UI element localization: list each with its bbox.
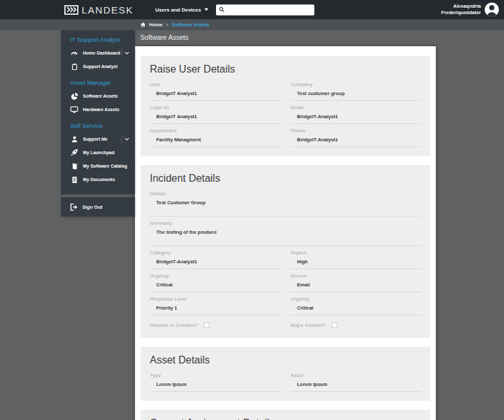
sidebar-item-my-documents[interactable]: My Documents	[61, 173, 135, 186]
sign-out-label: Sign Out	[82, 204, 102, 210]
scope-dropdown[interactable]: Users and Devices	[156, 7, 208, 13]
resolve-or-creation-checkbox[interactable]	[204, 322, 210, 328]
field-company: Company Test custumer group	[291, 82, 421, 101]
chevron-down-icon[interactable]	[122, 49, 132, 57]
book-icon	[70, 162, 78, 170]
sidebar-item-label: Hardware Assets	[83, 107, 120, 112]
monitor-icon	[70, 105, 78, 114]
card-title: Current Assignment Details	[150, 417, 421, 420]
sidebar-item-label: My Software Catalog	[83, 164, 127, 168]
sidebar-item-label: Support Me	[83, 137, 108, 141]
person-icon	[70, 135, 78, 143]
sign-out-icon	[69, 203, 78, 211]
sidebar-item-my-launchpad[interactable]: My Launchpad	[61, 146, 135, 159]
field-phone: Phone BridgeIT-Analyst1	[291, 128, 421, 147]
sign-out-button[interactable]: Sign Out	[61, 197, 135, 216]
field-major-incident: Major Incident?	[291, 322, 421, 328]
sidebar-item-support-me[interactable]: Support Me	[61, 132, 135, 146]
breadcrumb-home[interactable]: Home	[149, 22, 163, 28]
sidebar-item-software-assets[interactable]: Software Assets	[61, 89, 135, 103]
card-incident-details: Incident Details Details Test Customer G…	[141, 165, 430, 338]
caret-down-icon	[204, 8, 208, 11]
sidebar-item-my-software-catalog[interactable]: My Software Catalog	[61, 159, 135, 173]
user-name: Alexaqndria Frederiqueddater	[441, 3, 481, 16]
field-category: Category BridgeIT-Analyst1	[150, 250, 280, 269]
scope-dropdown-label: Users and Devices	[156, 7, 201, 13]
field-department: Department Facility Managment	[150, 128, 280, 147]
sidebar-item-label: Software Assets	[83, 94, 118, 98]
top-navigation-bar: LANDESK Users and Devices Alexaqndria Fr…	[0, 0, 504, 19]
card-title: Asset Details	[150, 354, 421, 366]
pie-chart-icon	[70, 92, 78, 100]
user-avatar-icon[interactable]	[485, 3, 499, 17]
card-title: Raise User Details	[150, 64, 421, 75]
breadcrumb: Home > Software Assets	[0, 19, 504, 30]
sidebar-item-support-analyst[interactable]: Support Analyst	[61, 60, 135, 73]
field-type: Type Lorem Ipsum	[150, 372, 280, 392]
search-box[interactable]	[216, 4, 314, 15]
page-title: Software Assets	[140, 33, 188, 41]
sidebar-heading-asset-manager: Asset Manager	[61, 73, 135, 89]
sidebar-item-label: My Launchpad	[83, 150, 114, 155]
field-impact: Impact High	[291, 250, 421, 269]
sidebar-heading-self-service: Self Service	[61, 116, 135, 132]
card-asset-details: Asset Details Type Lorem Ipsum Asset Lor…	[141, 347, 430, 401]
field-urgency-2: Urgency Critical	[291, 296, 421, 315]
search-input[interactable]	[227, 6, 312, 14]
sidebar-item-hardware-assets[interactable]: Hardware Assets	[61, 103, 135, 116]
sidebar: IT Support Analyst Home Dashboard Suppor	[61, 30, 135, 216]
field-summary: Summary The testing of the produce	[150, 220, 421, 246]
sidebar-item-label: Home Dashboard	[83, 51, 120, 55]
sidebar-item-label: Support Analyst	[83, 64, 118, 69]
logo-text: LANDESK	[82, 4, 134, 15]
landesk-logo: LANDESK	[64, 4, 134, 15]
field-resolve-or-creation: Resolve or Creation?	[150, 322, 280, 328]
field-email: Email BridgeIT-Analyst1	[291, 105, 421, 124]
clipboard-icon	[70, 62, 78, 71]
landesk-logo-icon	[64, 5, 78, 15]
rocket-icon	[70, 148, 78, 157]
card-raise-user-details: Raise User Details User BridgeIT Analyst…	[141, 56, 430, 156]
card-title: Incident Details	[150, 173, 421, 184]
field-urgency: Urgency Critical	[150, 273, 280, 292]
sidebar-nav-panel: IT Support Analyst Home Dashboard Suppor	[61, 30, 135, 194]
search-icon	[219, 6, 225, 13]
field-login-id: Login ID BridgeIT Analyst1	[150, 105, 280, 124]
field-asset: Asset Lorem Ipsum	[291, 372, 421, 392]
sidebar-item-label: My Documents	[83, 177, 115, 182]
field-response-level: Response Level Priority 1	[150, 296, 280, 315]
document-icon	[70, 175, 78, 184]
chevron-down-icon[interactable]	[122, 135, 132, 143]
major-incident-checkbox[interactable]	[332, 322, 338, 328]
breadcrumb-separator: >	[166, 22, 168, 28]
field-source: Source Email	[291, 273, 421, 292]
sidebar-item-home-dashboard[interactable]: Home Dashboard	[61, 46, 135, 60]
card-current-assignment-details: Current Assignment Details Analyst Lorem…	[141, 410, 430, 420]
field-details: Details Test Customer Group	[150, 191, 421, 216]
main-content: Raise User Details User BridgeIT Analyst…	[135, 46, 436, 420]
sidebar-heading-it-support-analyst: IT Support Analyst	[61, 30, 135, 46]
field-user: User BridgeIT Analyst1	[150, 82, 280, 101]
user-menu[interactable]: Alexaqndria Frederiqueddater	[441, 0, 499, 19]
breadcrumb-current[interactable]: Software Assets	[172, 22, 209, 28]
home-icon	[140, 22, 146, 28]
gauge-icon	[70, 49, 78, 57]
